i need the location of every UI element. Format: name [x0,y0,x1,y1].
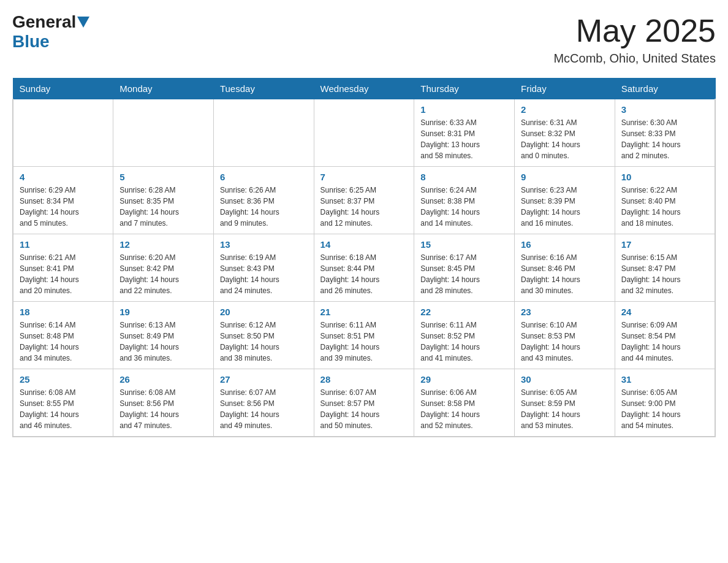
header-row: Sunday Monday Tuesday Wednesday Thursday… [13,79,715,99]
day-number: 30 [521,374,609,385]
day-info: Sunrise: 6:13 AM Sunset: 8:49 PM Dayligh… [119,320,207,364]
calendar-cell: 2Sunrise: 6:31 AM Sunset: 8:32 PM Daylig… [515,99,615,167]
col-sunday: Sunday [13,79,113,99]
calendar-cell: 20Sunrise: 6:12 AM Sunset: 8:50 PM Dayli… [213,302,314,369]
calendar-cell: 26Sunrise: 6:08 AM Sunset: 8:56 PM Dayli… [113,369,214,437]
calendar-cell: 28Sunrise: 6:07 AM Sunset: 8:57 PM Dayli… [314,369,414,437]
day-info: Sunrise: 6:11 AM Sunset: 8:51 PM Dayligh… [320,320,408,364]
calendar-cell [314,99,414,167]
calendar-cell: 19Sunrise: 6:13 AM Sunset: 8:49 PM Dayli… [113,302,214,369]
day-number: 14 [320,239,408,250]
day-info: Sunrise: 6:12 AM Sunset: 8:50 PM Dayligh… [220,320,308,364]
logo-general-text: General [12,12,76,32]
calendar-cell: 21Sunrise: 6:11 AM Sunset: 8:51 PM Dayli… [314,302,414,369]
calendar-cell: 10Sunrise: 6:22 AM Sunset: 8:40 PM Dayli… [615,167,715,234]
day-number: 3 [621,104,708,115]
day-number: 20 [220,307,308,317]
col-tuesday: Tuesday [213,79,314,99]
day-number: 27 [220,374,308,385]
day-info: Sunrise: 6:08 AM Sunset: 8:56 PM Dayligh… [119,387,207,431]
calendar-cell: 31Sunrise: 6:05 AM Sunset: 9:00 PM Dayli… [615,369,715,437]
day-info: Sunrise: 6:06 AM Sunset: 8:58 PM Dayligh… [420,387,508,431]
location-subtitle: McComb, Ohio, United States [553,52,716,66]
calendar-week-2: 4Sunrise: 6:29 AM Sunset: 8:34 PM Daylig… [13,167,715,234]
calendar-cell: 18Sunrise: 6:14 AM Sunset: 8:48 PM Dayli… [13,302,113,369]
col-saturday: Saturday [615,79,715,99]
day-number: 8 [420,172,508,182]
calendar-header: Sunday Monday Tuesday Wednesday Thursday… [13,79,715,99]
day-info: Sunrise: 6:19 AM Sunset: 8:43 PM Dayligh… [220,252,308,296]
day-number: 18 [20,307,107,317]
day-number: 26 [119,374,207,385]
day-info: Sunrise: 6:15 AM Sunset: 8:47 PM Dayligh… [621,252,708,296]
day-number: 17 [621,239,708,250]
calendar-cell: 23Sunrise: 6:10 AM Sunset: 8:53 PM Dayli… [515,302,615,369]
day-info: Sunrise: 6:08 AM Sunset: 8:55 PM Dayligh… [20,387,107,431]
calendar-cell: 15Sunrise: 6:17 AM Sunset: 8:45 PM Dayli… [414,234,515,302]
day-number: 31 [621,374,708,385]
day-number: 10 [621,172,708,182]
day-number: 23 [521,307,609,317]
col-wednesday: Wednesday [314,79,414,99]
calendar-week-3: 11Sunrise: 6:21 AM Sunset: 8:41 PM Dayli… [13,234,715,302]
day-info: Sunrise: 6:16 AM Sunset: 8:46 PM Dayligh… [521,252,609,296]
day-info: Sunrise: 6:31 AM Sunset: 8:32 PM Dayligh… [521,117,609,161]
calendar-cell: 13Sunrise: 6:19 AM Sunset: 8:43 PM Dayli… [213,234,314,302]
day-info: Sunrise: 6:21 AM Sunset: 8:41 PM Dayligh… [20,252,107,296]
col-friday: Friday [515,79,615,99]
calendar-cell: 8Sunrise: 6:24 AM Sunset: 8:38 PM Daylig… [414,167,515,234]
month-title: May 2025 [553,12,716,49]
calendar-cell: 25Sunrise: 6:08 AM Sunset: 8:55 PM Dayli… [13,369,113,437]
calendar-cell: 22Sunrise: 6:11 AM Sunset: 8:52 PM Dayli… [414,302,515,369]
day-number: 29 [420,374,508,385]
calendar-cell: 16Sunrise: 6:16 AM Sunset: 8:46 PM Dayli… [515,234,615,302]
day-info: Sunrise: 6:18 AM Sunset: 8:44 PM Dayligh… [320,252,408,296]
day-info: Sunrise: 6:26 AM Sunset: 8:36 PM Dayligh… [220,185,308,229]
day-info: Sunrise: 6:23 AM Sunset: 8:39 PM Dayligh… [521,185,609,229]
day-info: Sunrise: 6:05 AM Sunset: 8:59 PM Dayligh… [521,387,609,431]
calendar-cell: 3Sunrise: 6:30 AM Sunset: 8:33 PM Daylig… [615,99,715,167]
day-info: Sunrise: 6:10 AM Sunset: 8:53 PM Dayligh… [521,320,609,364]
day-info: Sunrise: 6:22 AM Sunset: 8:40 PM Dayligh… [621,185,708,229]
day-number: 16 [521,239,609,250]
calendar-cell: 27Sunrise: 6:07 AM Sunset: 8:56 PM Dayli… [213,369,314,437]
calendar-cell: 7Sunrise: 6:25 AM Sunset: 8:37 PM Daylig… [314,167,414,234]
day-number: 21 [320,307,408,317]
calendar-cell [113,99,214,167]
day-info: Sunrise: 6:20 AM Sunset: 8:42 PM Dayligh… [119,252,207,296]
calendar-week-1: 1Sunrise: 6:33 AM Sunset: 8:31 PM Daylig… [13,99,715,167]
calendar-cell: 11Sunrise: 6:21 AM Sunset: 8:41 PM Dayli… [13,234,113,302]
calendar-cell: 4Sunrise: 6:29 AM Sunset: 8:34 PM Daylig… [13,167,113,234]
day-number: 12 [119,239,207,250]
day-info: Sunrise: 6:33 AM Sunset: 8:31 PM Dayligh… [420,117,508,161]
calendar-table: Sunday Monday Tuesday Wednesday Thursday… [12,78,716,437]
calendar-week-4: 18Sunrise: 6:14 AM Sunset: 8:48 PM Dayli… [13,302,715,369]
calendar-cell: 12Sunrise: 6:20 AM Sunset: 8:42 PM Dayli… [113,234,214,302]
day-info: Sunrise: 6:30 AM Sunset: 8:33 PM Dayligh… [621,117,708,161]
day-info: Sunrise: 6:25 AM Sunset: 8:37 PM Dayligh… [320,185,408,229]
day-number: 22 [420,307,508,317]
calendar-cell [213,99,314,167]
col-thursday: Thursday [414,79,515,99]
calendar-week-5: 25Sunrise: 6:08 AM Sunset: 8:55 PM Dayli… [13,369,715,437]
page-header: General Blue May 2025 McComb, Ohio, Unit… [12,12,716,66]
day-number: 25 [20,374,107,385]
day-number: 7 [320,172,408,182]
day-info: Sunrise: 6:24 AM Sunset: 8:38 PM Dayligh… [420,185,508,229]
day-number: 15 [420,239,508,250]
col-monday: Monday [113,79,214,99]
logo: General Blue [12,12,91,52]
day-number: 24 [621,307,708,317]
day-info: Sunrise: 6:17 AM Sunset: 8:45 PM Dayligh… [420,252,508,296]
day-info: Sunrise: 6:29 AM Sunset: 8:34 PM Dayligh… [20,185,107,229]
calendar-cell: 9Sunrise: 6:23 AM Sunset: 8:39 PM Daylig… [515,167,615,234]
logo-triangle-icon [77,17,89,28]
day-info: Sunrise: 6:14 AM Sunset: 8:48 PM Dayligh… [20,320,107,364]
day-number: 1 [420,104,508,115]
day-number: 5 [119,172,207,182]
day-number: 4 [20,172,107,182]
day-info: Sunrise: 6:07 AM Sunset: 8:56 PM Dayligh… [220,387,308,431]
day-info: Sunrise: 6:11 AM Sunset: 8:52 PM Dayligh… [420,320,508,364]
logo-blue-text: Blue [12,32,50,51]
calendar-cell [13,99,113,167]
